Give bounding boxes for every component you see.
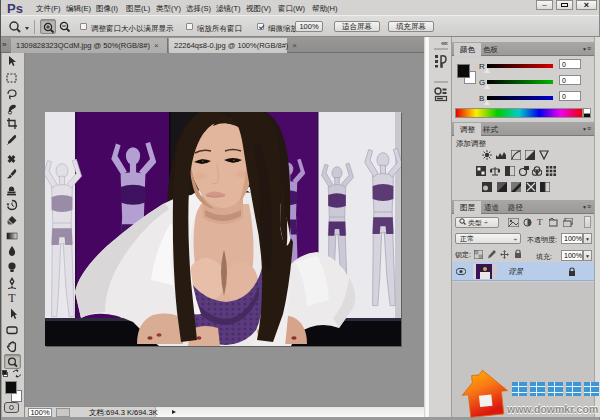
svg-text:T: T xyxy=(8,291,16,305)
